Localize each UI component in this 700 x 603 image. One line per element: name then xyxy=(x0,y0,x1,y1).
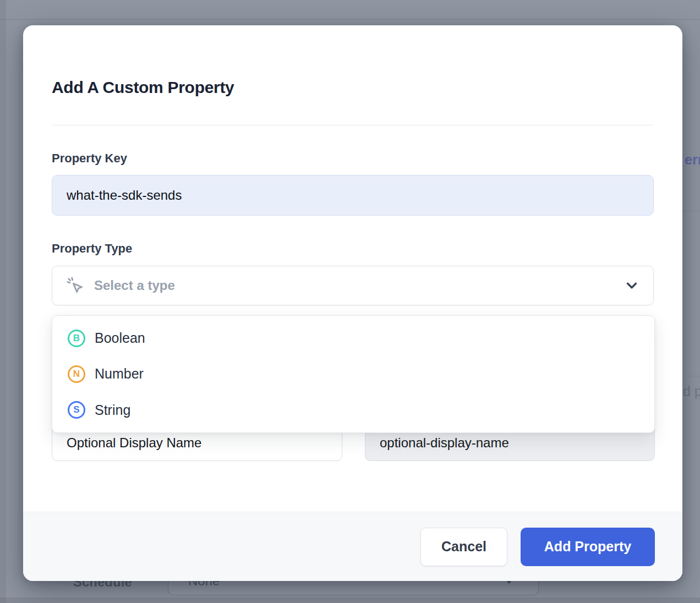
property-key-input[interactable] xyxy=(52,175,654,216)
add-custom-property-dialog: Add A Custom Property Property Key Prope… xyxy=(23,25,682,581)
background-link-fragment: erm xyxy=(685,152,700,168)
title-divider xyxy=(52,125,654,125)
type-option-label: String xyxy=(95,402,130,418)
type-option-label: Boolean xyxy=(95,330,145,346)
type-option-boolean[interactable]: B Boolean xyxy=(52,321,654,356)
cancel-button[interactable]: Cancel xyxy=(420,528,507,566)
add-property-button[interactable]: Add Property xyxy=(521,528,655,566)
number-type-icon: N xyxy=(68,365,85,383)
boolean-type-icon: B xyxy=(68,330,85,347)
property-type-dropdown: B Boolean N Number S String xyxy=(52,315,655,433)
background-left-edge xyxy=(0,0,6,603)
type-option-label: Number xyxy=(95,366,144,382)
dialog-title: Add A Custom Property xyxy=(52,78,234,97)
dialog-footer: Cancel Add Property xyxy=(23,512,682,581)
background-top-divider xyxy=(0,19,700,20)
type-option-number[interactable]: N Number xyxy=(52,357,654,392)
property-type-placeholder: Select a type xyxy=(94,278,624,293)
background-bottom-edge xyxy=(0,597,700,603)
type-option-string[interactable]: S String xyxy=(52,392,654,427)
cursor-click-icon xyxy=(65,276,85,295)
property-type-label: Property Type xyxy=(52,242,132,256)
background-text-fragment: d p xyxy=(683,383,700,399)
property-key-label: Property Key xyxy=(52,151,127,166)
chevron-down-icon xyxy=(624,277,640,294)
string-type-icon: S xyxy=(68,401,85,419)
property-type-select[interactable]: Select a type xyxy=(52,266,654,305)
